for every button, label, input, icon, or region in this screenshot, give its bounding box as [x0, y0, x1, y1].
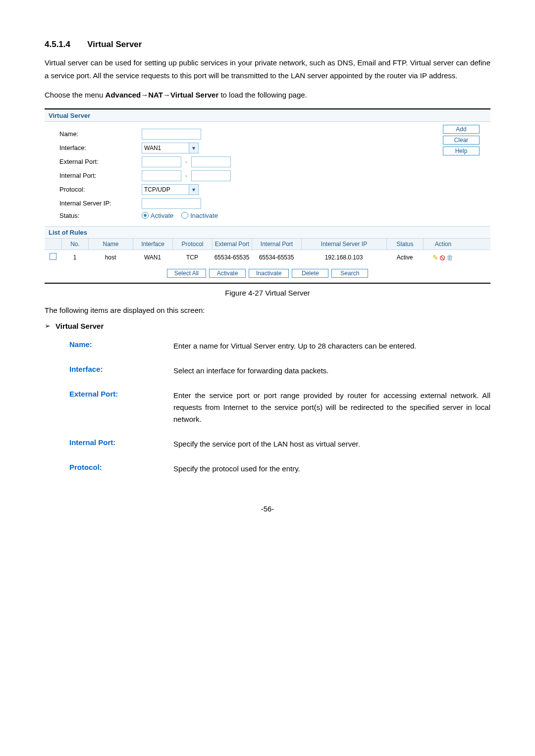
col-status: Status [386, 239, 423, 250]
table-row: 1 host WAN1 TCP 65534-65535 65534-65535 … [45, 250, 490, 265]
status-activate-radio[interactable]: Activate [142, 212, 173, 219]
def-interface-term: Interface: [69, 365, 173, 377]
col-external-port: External Port [212, 239, 252, 250]
interface-select[interactable]: WAN1 ▾ [142, 143, 199, 153]
status-activate-label: Activate [151, 212, 173, 219]
cell-interface: WAN1 [133, 254, 172, 261]
screen-items-intro: The following items are displayed on thi… [45, 306, 490, 314]
cell-no: 1 [61, 254, 88, 261]
def-internal-port-term: Internal Port: [69, 438, 173, 450]
select-all-button[interactable]: Select All [167, 269, 206, 278]
cell-protocol: TCP [172, 254, 212, 261]
intro2-menu-path: Advanced→NAT→Virtual Server [106, 91, 219, 99]
form-area: Add Clear Help Name: Interface: WAN1 ▾ E… [45, 122, 490, 226]
definitions: Name: Enter a name for Virtual Server en… [69, 340, 490, 475]
row-checkbox[interactable] [50, 253, 56, 260]
rules-header-row: No. Name Interface Protocol External Por… [45, 239, 490, 250]
internal-port-input-1[interactable] [142, 170, 181, 181]
screenshot-section-header-vs: Virtual Server [45, 109, 490, 122]
dash-icon: - [185, 158, 187, 165]
external-port-input-1[interactable] [142, 156, 181, 167]
bullet-icon: ➢ [45, 322, 51, 330]
cell-action: ✎ ⦸ 🗑 [423, 253, 463, 262]
external-port-input-2[interactable] [191, 156, 231, 167]
name-input[interactable] [142, 129, 201, 140]
cell-internal-server-ip: 192.168.0.103 [301, 254, 386, 261]
activate-button[interactable]: Activate [209, 269, 246, 278]
intro2-suffix: to load the following page. [218, 91, 307, 99]
radio-icon [181, 212, 188, 219]
cell-name: host [88, 254, 133, 261]
interface-value: WAN1 [144, 145, 161, 151]
section-number: 4.5.1.4 [45, 40, 70, 50]
dash-icon: - [185, 172, 187, 179]
def-name-desc: Enter a name for Virtual Server entry. U… [173, 340, 490, 352]
search-button[interactable]: Search [331, 269, 368, 278]
def-internal-port-desc: Specify the service port of the LAN host… [173, 438, 490, 450]
col-internal-server-ip: Internal Server IP [301, 239, 386, 250]
bullet-virtual-server: ➢ Virtual Server [45, 322, 490, 330]
help-button[interactable]: Help [443, 147, 480, 155]
protocol-value: TCP/UDP [144, 186, 170, 193]
inactivate-button[interactable]: Inactivate [249, 269, 289, 278]
col-name: Name [88, 239, 133, 250]
def-name-term: Name: [69, 340, 173, 352]
figure-caption: Figure 4-27 Virtual Server [45, 289, 490, 297]
status-label: Status: [59, 212, 139, 219]
name-label: Name: [59, 130, 139, 138]
chevron-down-icon: ▾ [189, 143, 198, 153]
col-protocol: Protocol [172, 239, 212, 250]
col-internal-port: Internal Port [252, 239, 301, 250]
screenshot-section-header-rules: List of Rules [45, 226, 490, 239]
bullet-title: Virtual Server [55, 322, 104, 330]
internal-server-ip-label: Internal Server IP: [59, 200, 139, 207]
clear-button[interactable]: Clear [443, 136, 480, 145]
delete-button[interactable]: Delete [292, 269, 328, 278]
interface-label: Interface: [59, 144, 139, 151]
section-heading: 4.5.1.4 Virtual Server [45, 40, 490, 50]
col-no: No. [61, 239, 88, 250]
cell-external-port: 65534-65535 [212, 254, 252, 261]
def-protocol-term: Protocol: [69, 463, 173, 475]
col-action: Action [423, 239, 463, 250]
internal-port-input-2[interactable] [191, 170, 231, 181]
cell-internal-port: 65534-65535 [252, 254, 301, 261]
internal-port-label: Internal Port: [59, 172, 139, 179]
col-interface: Interface [133, 239, 172, 250]
cell-status: Active [386, 254, 423, 261]
intro2-prefix: Choose the menu [45, 91, 106, 99]
trash-icon[interactable]: 🗑 [446, 253, 453, 261]
add-button[interactable]: Add [443, 125, 480, 134]
internal-server-ip-input[interactable] [142, 198, 201, 209]
section-title: Virtual Server [87, 40, 142, 49]
edit-icon[interactable]: ✎ [432, 253, 438, 261]
status-inactivate-radio[interactable]: Inactivate [181, 212, 218, 219]
status-inactivate-label: Inactivate [190, 212, 218, 219]
page-number: -56- [45, 504, 490, 513]
intro-paragraph-1: Virtual server can be used for setting u… [45, 56, 490, 82]
external-port-label: External Port: [59, 158, 139, 165]
protocol-label: Protocol: [59, 186, 139, 193]
table-button-row: Select All Activate Inactivate Delete Se… [45, 265, 490, 283]
def-interface-desc: Select an interface for forwarding data … [173, 365, 490, 377]
screenshot-panel: Virtual Server Add Clear Help Name: Inte… [45, 108, 490, 284]
remove-icon[interactable]: ⦸ [440, 253, 445, 261]
radio-icon [142, 212, 149, 219]
chevron-down-icon: ▾ [189, 185, 198, 195]
def-external-port-desc: Enter the service port or port range pro… [173, 390, 490, 425]
protocol-select[interactable]: TCP/UDP ▾ [142, 184, 199, 195]
button-stack: Add Clear Help [443, 125, 480, 155]
def-protocol-desc: Specify the protocol used for the entry. [173, 463, 490, 475]
def-external-port-term: External Port: [69, 390, 173, 425]
intro-paragraph-2: Choose the menu Advanced→NAT→Virtual Ser… [45, 89, 490, 101]
